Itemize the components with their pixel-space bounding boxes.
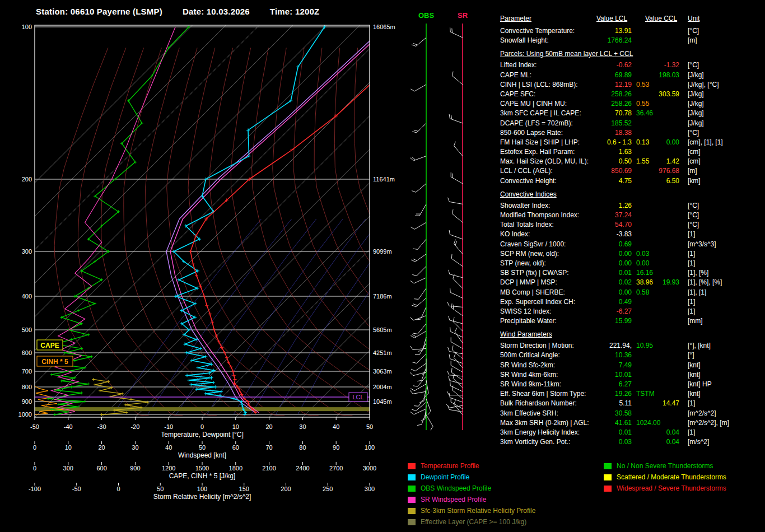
param-row: MB Comp | SHERBE:0.000.58[1], [1] <box>500 288 761 298</box>
param-row: 3km Vorticity Gen. Pot.:0.030.04[m/s^2] <box>500 438 761 447</box>
param-value: 258.26 <box>590 100 632 108</box>
param-label: CAPE MU | CINH MU: <box>500 100 567 108</box>
param-label: SR Wind Sfc-2km: <box>500 361 555 369</box>
param-value: 0.00 <box>590 259 632 267</box>
pressure-axis-labels: 1002003004005006007008009001000 <box>18 24 32 418</box>
svg-text:20: 20 <box>265 423 272 430</box>
param-value: 6.27 <box>590 380 632 388</box>
param-unit: [°C] <box>688 27 699 35</box>
param-unit: [J/kg] <box>688 90 704 98</box>
legend-label: Dewpoint Profile <box>421 473 469 481</box>
param-unit: [°] <box>688 351 694 359</box>
chart-title: Station: 06610 Payerne (LSMP)Date: 10.03… <box>36 7 339 16</box>
parameters-table: ParameterValue LCLValue CCLUnitConvectiv… <box>500 15 761 447</box>
param-value: 16.16 <box>636 269 653 277</box>
param-value: 5.11 <box>590 399 632 407</box>
svg-text:0: 0 <box>33 444 36 451</box>
param-row: 3km SFC CAPE | IL CAPE:70.7836.46[J/kg] <box>500 109 761 119</box>
svg-text:150: 150 <box>239 486 249 492</box>
param-row: DCP | MMP | MSP:0.0238.9619.93[1], [%], … <box>500 278 761 288</box>
param-value: 0.00 <box>590 288 632 296</box>
param-value: 4.75 <box>590 177 632 185</box>
param-row: Craven SigSvr / 1000:0.69[m^3/s^3] <box>500 240 761 250</box>
param-unit: [mm] <box>688 317 703 325</box>
param-label: SWISS 12 Index: <box>500 307 551 315</box>
svg-text:900: 900 <box>130 465 140 472</box>
param-label: CAPE ML: <box>500 71 531 79</box>
param-row: 3km Effective SRH:30.58[m^2/s^2] <box>500 409 761 419</box>
chart-legend: Temperature ProfileDewpoint ProfileOBS W… <box>408 460 535 528</box>
param-unit: [m] <box>688 167 697 175</box>
column-header: Parameter <box>500 15 531 22</box>
param-value: 37.24 <box>590 211 632 219</box>
param-unit: [knt] <box>688 390 701 398</box>
param-unit: [J/kg] <box>688 71 704 79</box>
svg-text:2100: 2100 <box>262 465 276 472</box>
legend-swatch <box>408 497 416 503</box>
param-label: 3km Vorticity Gen. Pot.: <box>500 438 570 446</box>
dewpoint-profile <box>172 25 326 417</box>
param-value: 976.68 <box>645 167 679 175</box>
svg-text:3063m: 3063m <box>373 368 392 375</box>
param-value: 10.95 <box>636 342 653 349</box>
svg-text:5605m: 5605m <box>373 326 392 333</box>
param-label: Max 3km SRH (0-2km) | AGL: <box>500 419 589 427</box>
param-row: Bulk Richardson Number:5.1114.47[1] <box>500 399 761 409</box>
param-row: Convective Temperature:13.91[°C] <box>500 27 761 36</box>
param-value: -3.83 <box>590 230 632 238</box>
svg-text:600: 600 <box>96 465 106 472</box>
param-row: CAPE MU | CINH MU:258.260.55[J/kg] <box>500 100 761 109</box>
param-row: CAPE SFC:258.26303.59[J/kg] <box>500 90 761 100</box>
cinh-label: CINH * 5 <box>37 356 73 366</box>
param-row: CINH | LSI (LCL: 868mB):12.190.53[J/kg],… <box>500 81 761 90</box>
param-unit: [km] <box>688 177 701 185</box>
svg-text:7186m: 7186m <box>373 293 392 300</box>
effective-layer-band <box>35 407 370 411</box>
param-unit: [1], [%] <box>688 269 708 277</box>
param-row: SR Wind 9km-11km:6.27[knt] HP <box>500 380 761 390</box>
param-value: 1.26 <box>590 202 632 209</box>
legend-item: Temperature Profile <box>408 460 535 472</box>
param-value: 0.04 <box>645 438 679 446</box>
svg-text:3000: 3000 <box>363 465 376 472</box>
svg-text:16065m: 16065m <box>373 24 395 30</box>
legend-swatch <box>408 463 416 469</box>
param-value: 850.69 <box>590 167 632 175</box>
svg-text:1200: 1200 <box>162 465 175 472</box>
app-window: LCLCAPECINH * 51002003004005006007008009… <box>0 0 765 532</box>
legend-swatch <box>408 474 416 480</box>
param-row: Estofex Exp. Hail Param:1.63[cm] <box>500 148 761 157</box>
param-row: Modified Thompson Index:37.24[°C] <box>500 211 761 221</box>
svg-text:-50: -50 <box>72 486 81 492</box>
param-label: Precipitable Water: <box>500 317 557 325</box>
param-unit: [1] <box>688 307 695 315</box>
param-unit: [1] <box>688 230 695 238</box>
severity-legend: No / Non Severe ThunderstormsScattered /… <box>604 460 726 494</box>
svg-text:OBS: OBS <box>418 11 435 20</box>
svg-text:Windspeed [knt]: Windspeed [knt] <box>178 451 226 459</box>
param-unit: [1] <box>688 399 695 407</box>
svg-text:1000: 1000 <box>18 411 32 418</box>
svg-text:50: 50 <box>157 486 164 492</box>
axis-temp: -50-40-30-20-1001020304050Temperature, D… <box>30 417 373 438</box>
param-value: 0.00 <box>590 250 632 258</box>
svg-text:-20: -20 <box>130 423 139 430</box>
svg-text:200: 200 <box>22 176 32 183</box>
param-unit: [°C] <box>688 221 699 228</box>
height-labels: 16065m11641m9099m7186m5605m4251m3063m200… <box>373 24 395 405</box>
param-value: 19.93 <box>645 278 679 286</box>
svg-text:300: 300 <box>365 486 375 492</box>
param-row: Max. Hail Size (OLD, MU, IL):0.501.551.4… <box>500 157 761 167</box>
param-row: Max 3km SRH (0-2km) | AGL:41.611024.00[m… <box>500 419 761 428</box>
param-label: Exp. Supercell Index CH: <box>500 298 575 306</box>
station-label: Station: 06610 Payerne (LSMP) <box>36 7 162 16</box>
param-value: 0.02 <box>590 278 632 286</box>
param-value: 0.01 <box>590 269 632 277</box>
param-label: STP (new, old): <box>500 259 546 267</box>
param-value: 7.49 <box>590 361 632 369</box>
param-unit: [m/s^2] <box>688 438 709 446</box>
param-value: 0.01 <box>590 428 632 436</box>
param-row: LCL / CCL (AGL):850.69976.68[m] <box>500 167 761 176</box>
legend-swatch <box>408 486 416 492</box>
time-label: Time: 1200Z <box>270 7 320 16</box>
